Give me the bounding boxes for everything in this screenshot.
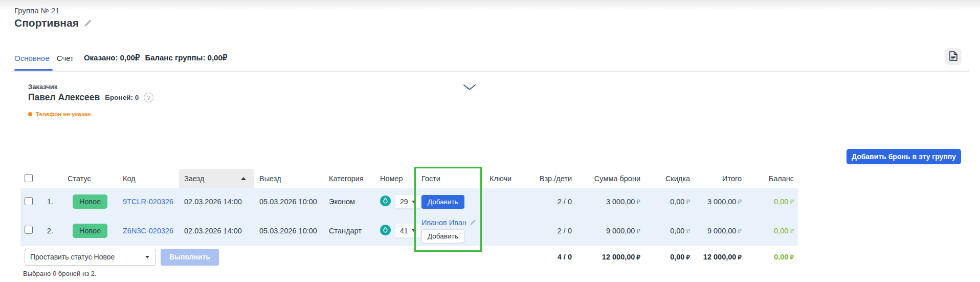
tab-invoice[interactable]: Счет xyxy=(57,54,74,62)
totals-balance: 0,00₽ xyxy=(746,246,798,268)
row-number: 1. xyxy=(42,188,62,215)
balance-cell: 0,00₽ xyxy=(746,188,798,215)
totals-row: Проставить статус Новое Выполнить 4 / 0 … xyxy=(20,246,798,268)
column-header-sum[interactable]: Сумма брони xyxy=(576,169,644,188)
ruble-sign: ₽ xyxy=(636,254,640,261)
add-booking-button[interactable]: Добавить бронь в эту группу xyxy=(847,149,961,164)
edit-guest-button[interactable] xyxy=(470,219,476,226)
booking-code-link[interactable]: Z6N3C-020326 xyxy=(123,227,173,235)
add-guest-button[interactable]: Добавить xyxy=(421,195,464,209)
edit-group-name-button[interactable] xyxy=(83,19,92,28)
table-header-row: Статус Код Заезд Выезд Категория Номер Г… xyxy=(20,169,798,188)
column-header-status[interactable]: Статус xyxy=(62,169,118,188)
document-icon xyxy=(949,51,957,62)
warning-dot-icon xyxy=(28,112,32,116)
ruble-sign: ₽ xyxy=(738,199,742,206)
keys-cell xyxy=(481,215,518,246)
room-number: 29 xyxy=(400,198,408,206)
category-cell: Эконом xyxy=(324,188,375,215)
total-cell: 9 000,00₽ xyxy=(694,215,746,246)
collapse-toggle[interactable] xyxy=(463,84,476,91)
tab-bar: Основное Счет Оказано: 0,00₽ Баланс груп… xyxy=(14,53,227,62)
arrival-header-label: Заезд xyxy=(184,175,204,183)
ruble-sign: ₽ xyxy=(738,254,742,261)
ruble-sign: ₽ xyxy=(790,228,794,235)
row-checkbox[interactable] xyxy=(25,226,33,234)
table-row: 1. Новое 9TCLR-020326 02.03.2026 14:00 0… xyxy=(20,188,798,215)
group-balance: Баланс группы: 0,00₽ xyxy=(145,53,227,62)
column-header-room[interactable]: Номер xyxy=(375,169,415,188)
customer-bookings-count: Броней: 0 xyxy=(105,94,139,101)
balance-cell: 0,00₽ xyxy=(746,215,798,246)
room-number: 41 xyxy=(400,227,408,235)
customer-block: Заказчик Павел Алексеев Броней: 0 ? xyxy=(28,83,153,103)
column-header-total[interactable]: Итого xyxy=(694,169,746,188)
execute-button[interactable]: Выполнить xyxy=(161,249,219,266)
ruble-sign: ₽ xyxy=(686,254,690,261)
sort-asc-icon xyxy=(241,177,246,180)
column-header-guests[interactable]: Гости xyxy=(415,169,481,188)
chevron-down-icon xyxy=(463,84,476,92)
discount-cell: 0,00₽ xyxy=(644,188,694,215)
tab-divider xyxy=(11,71,969,72)
discount-cell: 0,00₽ xyxy=(644,215,694,246)
phone-warning-text: Телефон не указан xyxy=(36,111,91,117)
caret-down-icon xyxy=(145,256,149,258)
page-title: Спортивная xyxy=(14,17,79,29)
arrival-cell: 02.03.2026 14:00 xyxy=(179,188,254,215)
bulk-status-select[interactable]: Проставить статус Новое xyxy=(25,249,156,266)
document-button[interactable] xyxy=(945,48,962,65)
caret-down-icon xyxy=(412,229,416,232)
help-icon[interactable]: ? xyxy=(144,93,153,102)
add-guest-button[interactable]: Добавить xyxy=(421,229,464,243)
ruble-sign: ₽ xyxy=(790,254,794,261)
total-cell: 3 000,00₽ xyxy=(694,188,746,215)
caret-down-icon xyxy=(412,201,416,203)
column-header-category[interactable]: Категория xyxy=(324,169,375,188)
totals-discount: 0,00₽ xyxy=(644,246,694,268)
column-header-num xyxy=(42,169,62,188)
guest-name-link[interactable]: Иванов Иван xyxy=(421,219,466,227)
booking-sum-cell: 3 000,00₽ xyxy=(576,188,644,215)
housekeeping-status-icon[interactable] xyxy=(380,196,391,208)
totals-total: 12 000,00₽ xyxy=(694,246,746,268)
totals-sum: 12 000,00₽ xyxy=(576,246,644,268)
pencil-icon xyxy=(470,220,476,227)
ruble-sign: ₽ xyxy=(738,228,742,235)
customer-label: Заказчик xyxy=(28,83,153,91)
column-header-keys[interactable]: Ключи xyxy=(481,169,518,188)
column-header-adults[interactable]: Взр./дети xyxy=(518,169,576,188)
departure-cell: 05.03.2026 10:00 xyxy=(254,215,324,246)
ruble-sign: ₽ xyxy=(636,228,640,235)
room-number-dropdown[interactable]: 29 xyxy=(395,194,421,209)
top-shade xyxy=(0,0,980,10)
customer-name: Павел Алексеев xyxy=(28,92,100,103)
pencil-icon xyxy=(83,21,92,29)
row-checkbox[interactable] xyxy=(25,197,33,205)
rendered-amount: Оказано: 0,00₽ xyxy=(84,53,140,62)
select-all-checkbox[interactable] xyxy=(25,174,33,182)
departure-cell: 05.03.2026 10:00 xyxy=(254,188,324,215)
column-header-code[interactable]: Код xyxy=(118,169,179,188)
ruble-sign: ₽ xyxy=(686,199,690,206)
tab-main[interactable]: Основное xyxy=(14,54,50,62)
totals-adults: 4 / 0 xyxy=(518,246,576,268)
column-header-departure[interactable]: Выезд xyxy=(254,169,324,188)
arrival-cell: 02.03.2026 14:00 xyxy=(179,215,254,246)
status-badge: Новое xyxy=(73,194,107,209)
bulk-status-value: Проставить статус Новое xyxy=(30,253,115,261)
phone-warning: Телефон не указан xyxy=(28,111,91,117)
selection-info: Выбрано 0 броней из 2. xyxy=(23,270,97,277)
room-number-dropdown[interactable]: 41 xyxy=(395,224,421,238)
column-header-discount[interactable]: Скидка xyxy=(644,169,694,188)
ruble-sign: ₽ xyxy=(686,228,690,235)
housekeeping-status-icon[interactable] xyxy=(380,225,391,237)
row-number: 2. xyxy=(42,215,62,246)
column-header-balance[interactable]: Баланс xyxy=(746,169,798,188)
group-number-label: Группа № 21 xyxy=(14,6,92,15)
table-row: 2. Новое Z6N3C-020326 02.03.2026 14:00 0… xyxy=(20,215,798,246)
page-header: Группа № 21 Спортивная xyxy=(14,6,92,29)
booking-code-link[interactable]: 9TCLR-020326 xyxy=(123,198,173,206)
column-header-arrival[interactable]: Заезд xyxy=(179,169,254,188)
ruble-sign: ₽ xyxy=(790,199,794,206)
